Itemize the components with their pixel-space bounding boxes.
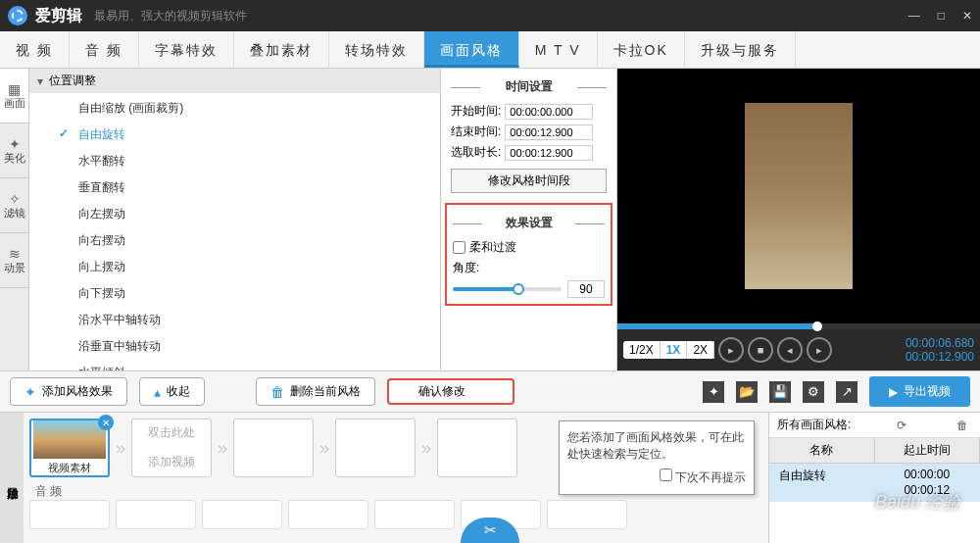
sidetab-filter[interactable]: ✧滤镜 bbox=[0, 178, 28, 233]
delete-clip-icon[interactable]: ✕ bbox=[98, 415, 114, 430]
audio-clip-slot[interactable] bbox=[29, 500, 110, 529]
tab-style[interactable]: 画面风格 bbox=[424, 31, 519, 68]
sidetab-frame[interactable]: ▦画面 bbox=[0, 69, 28, 123]
minimize-button[interactable]: — bbox=[908, 9, 920, 23]
tab-karaoke[interactable]: 卡拉OK bbox=[598, 31, 685, 68]
settings-icon[interactable]: ⚙ bbox=[803, 381, 824, 403]
total-time: 00:00:12.900 bbox=[906, 350, 974, 364]
tab-subtitle[interactable]: 字幕特效 bbox=[139, 31, 234, 68]
share-icon[interactable]: ↗ bbox=[836, 381, 858, 403]
empty-clip-slot[interactable] bbox=[335, 419, 416, 477]
arrow-icon: » bbox=[218, 438, 227, 459]
new-icon[interactable]: ✦ bbox=[703, 381, 724, 403]
effect-item[interactable]: 沿垂直中轴转动 bbox=[29, 333, 440, 360]
speed-1x[interactable]: 1X bbox=[661, 341, 688, 359]
current-time: 00:00:06.680 bbox=[906, 336, 974, 350]
col-time: 起止时间 bbox=[875, 438, 981, 463]
arrow-icon: » bbox=[319, 438, 329, 459]
effect-item[interactable]: 水平翻转 bbox=[29, 148, 440, 174]
effects-category-header[interactable]: ▾ 位置调整 bbox=[29, 69, 440, 93]
arrow-icon: » bbox=[116, 438, 125, 459]
trash-icon: 🗑 bbox=[270, 384, 284, 400]
stop-button[interactable]: ■ bbox=[748, 337, 773, 363]
wand-icon: ✦ bbox=[24, 384, 36, 400]
confirm-button[interactable]: 确认修改 bbox=[387, 378, 514, 405]
watermark-url: jingyan.baidu.com bbox=[873, 519, 960, 531]
delete-icon[interactable]: 🗑 bbox=[953, 419, 972, 432]
effect-item[interactable]: 自由旋转 bbox=[29, 122, 440, 148]
refresh-icon[interactable]: ⟳ bbox=[893, 419, 910, 432]
angle-value-input[interactable] bbox=[567, 280, 605, 298]
effect-item[interactable]: 沿水平中轴转动 bbox=[29, 307, 440, 333]
playback-progress[interactable] bbox=[617, 323, 980, 329]
audio-clip-slot[interactable] bbox=[116, 500, 196, 529]
dont-show-checkbox[interactable] bbox=[660, 469, 672, 481]
empty-clip-slot[interactable] bbox=[233, 419, 314, 477]
close-button[interactable]: ✕ bbox=[962, 9, 972, 23]
collapse-icon: ▾ bbox=[37, 74, 43, 88]
effect-item[interactable]: 向右摆动 bbox=[29, 227, 440, 254]
speed-2x[interactable]: 2X bbox=[687, 341, 714, 359]
open-icon[interactable]: 📂 bbox=[736, 381, 758, 403]
video-clip[interactable]: ✕ 视频素材 bbox=[29, 419, 110, 477]
prev-frame-button[interactable]: ◂ bbox=[777, 337, 803, 363]
tab-upgrade[interactable]: 升级与服务 bbox=[685, 31, 796, 68]
audio-clip-slot[interactable] bbox=[374, 500, 455, 529]
empty-clip-slot[interactable] bbox=[437, 419, 517, 477]
audio-track bbox=[29, 500, 762, 529]
tab-overlay[interactable]: 叠加素材 bbox=[234, 31, 329, 68]
action-bar: ✦添加风格效果 ▴收起 🗑删除当前风格 确认修改 ✦ 📂 💾 ⚙ ↗ ▶ 导出视… bbox=[0, 370, 980, 412]
app-slogan: 最易用、强大的视频剪辑软件 bbox=[94, 8, 247, 25]
tab-video[interactable]: 视 频 bbox=[0, 31, 70, 68]
filter-icon: ✧ bbox=[9, 191, 21, 207]
effect-item[interactable]: 自由缩放 (画面裁剪) bbox=[29, 95, 440, 122]
collapse-button[interactable]: ▴收起 bbox=[139, 377, 205, 406]
styles-panel-title: 所有画面风格: bbox=[777, 417, 851, 433]
add-style-button[interactable]: ✦添加风格效果 bbox=[10, 377, 127, 406]
settings-panel: 时间设置 开始时间: 结束时间: 选取时长: 修改风格时间段 效果设置 柔和过渡… bbox=[441, 69, 617, 370]
modify-time-button[interactable]: 修改风格时间段 bbox=[451, 169, 607, 193]
scene-icon: ≋ bbox=[9, 246, 21, 262]
app-logo-icon bbox=[8, 6, 27, 25]
arrow-icon: » bbox=[421, 438, 431, 459]
main-tabs: 视 频 音 频 字幕特效 叠加素材 转场特效 画面风格 M T V 卡拉OK 升… bbox=[0, 31, 980, 69]
save-icon[interactable]: 💾 bbox=[769, 381, 791, 403]
audio-clip-slot[interactable] bbox=[288, 500, 368, 529]
export-button[interactable]: ▶ 导出视频 bbox=[869, 376, 970, 407]
angle-slider[interactable] bbox=[453, 287, 562, 291]
effect-item[interactable]: 向下摆动 bbox=[29, 280, 440, 307]
play-button[interactable]: ▸ bbox=[718, 337, 744, 363]
beauty-icon: ✦ bbox=[9, 136, 21, 152]
audio-clip-slot[interactable] bbox=[547, 500, 627, 529]
sidetab-beauty[interactable]: ✦美化 bbox=[0, 123, 28, 178]
effects-list: ▾ 位置调整 自由缩放 (画面裁剪) 自由旋转 水平翻转 垂直翻转 向左摆动 向… bbox=[29, 69, 441, 370]
start-time-input[interactable] bbox=[505, 104, 593, 120]
add-video-placeholder[interactable]: 双击此处添加视频 bbox=[131, 419, 212, 477]
video-canvas[interactable] bbox=[617, 69, 980, 323]
soft-transition-checkbox[interactable] bbox=[453, 241, 466, 254]
video-preview: 1/2X 1X 2X ▸ ■ ◂ ▸ 00:00:06.680 00:00:12… bbox=[617, 69, 980, 370]
effect-item[interactable]: 水平倾斜 bbox=[29, 360, 440, 370]
end-time-input[interactable] bbox=[505, 124, 593, 140]
tab-transition[interactable]: 转场特效 bbox=[329, 31, 424, 68]
duration-input[interactable] bbox=[505, 145, 593, 161]
audio-clip-slot[interactable] bbox=[202, 500, 282, 529]
effect-item[interactable]: 向左摆动 bbox=[29, 201, 440, 227]
app-name: 爱剪辑 bbox=[35, 6, 82, 26]
title-bar: 爱剪辑 最易用、强大的视频剪辑软件 — □ ✕ bbox=[0, 0, 980, 31]
effect-item[interactable]: 垂直翻转 bbox=[29, 174, 440, 201]
delete-style-button[interactable]: 🗑删除当前风格 bbox=[256, 377, 375, 406]
speed-half[interactable]: 1/2X bbox=[623, 341, 661, 359]
speed-selector: 1/2X 1X 2X bbox=[623, 341, 714, 359]
timeline-label: 已添加片段 bbox=[0, 413, 24, 543]
maximize-button[interactable]: □ bbox=[938, 9, 945, 23]
effect-item[interactable]: 向上摆动 bbox=[29, 254, 440, 280]
export-icon: ▶ bbox=[889, 385, 898, 399]
tab-audio[interactable]: 音 频 bbox=[70, 31, 139, 68]
tooltip: 您若添加了画面风格效果，可在此处快速检索与定位。 下次不再提示 bbox=[559, 420, 755, 495]
collapse-icon: ▴ bbox=[154, 384, 161, 400]
tab-mtv[interactable]: M T V bbox=[519, 31, 598, 68]
next-frame-button[interactable]: ▸ bbox=[807, 337, 832, 363]
sidetab-scene[interactable]: ≋动景 bbox=[0, 233, 28, 288]
side-tabs: ▦画面 ✦美化 ✧滤镜 ≋动景 bbox=[0, 69, 29, 370]
